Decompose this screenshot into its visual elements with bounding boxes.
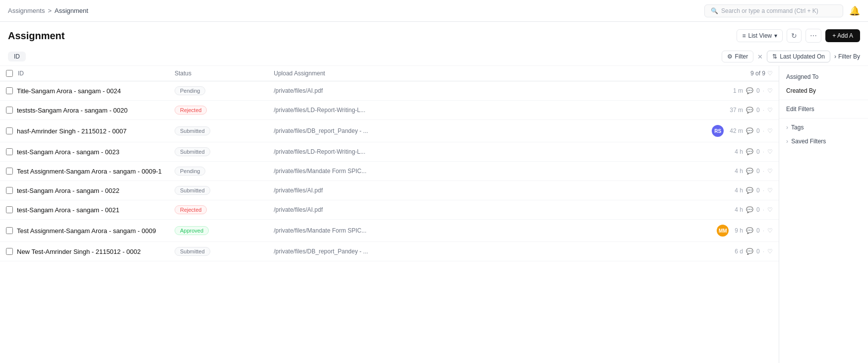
notification-bell-icon[interactable]: 🔔	[849, 5, 860, 16]
add-button[interactable]: + Add A	[825, 29, 860, 42]
row-checkbox[interactable]	[6, 206, 13, 213]
cell-upload[interactable]: /private/files/DB_report_Pandey - ...	[268, 120, 706, 142]
assignment-id-text[interactable]: New Test-Amrinder Singh - 2115012 - 0002	[17, 248, 141, 255]
cell-status: Rejected	[169, 101, 268, 120]
list-view-label: List View	[748, 32, 772, 39]
col-header-id[interactable]: ID	[0, 66, 169, 81]
like-icon[interactable]: ♡	[767, 127, 773, 134]
cell-status: Pending	[169, 81, 268, 101]
filter-by-button[interactable]: › Filter By	[834, 53, 860, 60]
like-icon[interactable]: ♡	[767, 206, 773, 213]
assignment-id-text[interactable]: test-Sangam Arora - sangam - 0022	[17, 187, 120, 194]
like-icon[interactable]: ♡	[767, 168, 773, 175]
search-placeholder: Search or type a command (Ctrl + K)	[721, 7, 818, 14]
comment-icon[interactable]: 💬	[746, 206, 753, 213]
side-panel-item-created-by[interactable]: Created By	[779, 84, 868, 98]
time-ago: 42 m	[730, 127, 743, 134]
dot-separator: ·	[763, 127, 764, 134]
row-checkbox[interactable]	[6, 107, 13, 114]
comment-icon[interactable]: 💬	[746, 107, 753, 114]
side-panel-item-saved-filters[interactable]: › Saved Filters	[779, 134, 868, 148]
refresh-button[interactable]: ↻	[787, 29, 802, 43]
cell-upload[interactable]: /private/files/DB_report_Pandey - ...	[268, 242, 706, 261]
assignment-id-text[interactable]: hasf-Amrinder Singh - 2115012 - 0007	[17, 127, 126, 135]
table-row: Test Assignment-Sangam Arora - sangam - …	[0, 220, 779, 242]
comment-icon[interactable]: 💬	[746, 227, 753, 234]
like-icon[interactable]: ♡	[767, 227, 773, 234]
status-badge: Rejected	[175, 205, 207, 214]
like-icon[interactable]: ♡	[767, 107, 773, 114]
comment-icon[interactable]: 💬	[746, 87, 753, 94]
cell-meta: RS 42 m 💬 0 · ♡	[706, 120, 779, 142]
status-badge: Submitted	[175, 147, 210, 156]
assignment-id-text[interactable]: test-Sangam Arora - sangam - 0023	[17, 148, 120, 156]
row-checkbox[interactable]	[6, 187, 13, 194]
like-icon[interactable]: ♡	[767, 148, 773, 155]
cell-upload[interactable]: /private/files/AI.pdf	[268, 181, 706, 200]
list-view-button[interactable]: ≡ List View ▾	[737, 29, 783, 42]
comment-icon[interactable]: 💬	[746, 187, 753, 194]
like-icon[interactable]: ♡	[767, 87, 773, 94]
table-row: Test Assignment-Sangam Arora - sangam - …	[0, 162, 779, 181]
sort-button[interactable]: ⇅ Last Updated On	[767, 51, 830, 62]
status-badge: Rejected	[175, 106, 207, 115]
cell-upload[interactable]: /private/files/AI.pdf	[268, 200, 706, 220]
row-checkbox[interactable]	[6, 168, 13, 175]
like-icon[interactable]: ♡	[767, 248, 773, 255]
sort-label: Last Updated On	[780, 53, 825, 60]
assignment-id-text[interactable]: teststs-Sangam Arora - sangam - 0020	[17, 107, 127, 114]
search-bar[interactable]: 🔍 Search or type a command (Ctrl + K)	[704, 4, 843, 17]
cell-upload[interactable]: /private/files/LD-Report-Writing-L...	[268, 142, 706, 162]
cell-id: New Test-Amrinder Singh - 2115012 - 0002	[0, 242, 169, 261]
dot-separator: ·	[763, 148, 764, 155]
select-all-checkbox[interactable]	[6, 70, 13, 77]
cell-id: test-Sangam Arora - sangam - 0023	[0, 142, 169, 162]
dot-separator: ·	[763, 107, 764, 114]
row-checkbox[interactable]	[6, 148, 13, 155]
comment-icon[interactable]: 💬	[746, 168, 753, 175]
cell-upload[interactable]: /private/files/AI.pdf	[268, 81, 706, 101]
id-filter-chip[interactable]: ID	[8, 52, 26, 61]
col-id-label: ID	[18, 70, 24, 77]
col-header-upload[interactable]: Upload Assignment	[268, 66, 706, 81]
like-icon[interactable]: ♡	[767, 187, 773, 194]
side-panel: Assigned To Created By Edit Filters › Ta…	[779, 66, 868, 363]
comment-count: 0	[756, 206, 760, 213]
filter-button[interactable]: ⚙ Filter	[722, 51, 754, 62]
comment-icon[interactable]: 💬	[746, 127, 753, 134]
breadcrumb-current: Assignment	[55, 7, 88, 14]
cell-upload[interactable]: /private/files/Mandate Form SPIC...	[268, 220, 706, 242]
row-checkbox[interactable]	[6, 248, 13, 255]
assignment-id-text[interactable]: Title-Sangam Arora - sangam - 0024	[17, 87, 121, 95]
comment-count: 0	[756, 87, 760, 94]
row-checkbox[interactable]	[6, 227, 13, 234]
row-checkbox[interactable]	[6, 87, 13, 94]
chevron-right-icon: ›	[834, 53, 836, 60]
breadcrumb-root[interactable]: Assignments	[8, 7, 45, 14]
assignment-id-text[interactable]: Test Assignment-Sangam Arora - sangam - …	[17, 227, 156, 235]
col-header-count[interactable]: 9 of 9 ♡	[706, 66, 779, 81]
col-header-status[interactable]: Status	[169, 66, 268, 81]
cell-status: Submitted	[169, 242, 268, 261]
heart-col-icon[interactable]: ♡	[767, 70, 773, 77]
side-panel-item-edit-filters[interactable]: Edit Filters	[779, 102, 868, 116]
table-row: test-Sangam Arora - sangam - 0022 Submit…	[0, 181, 779, 200]
cell-upload[interactable]: /private/files/LD-Report-Writing-L...	[268, 101, 706, 120]
filter-clear-button[interactable]: ✕	[757, 53, 763, 60]
top-bar: Assignments > Assignment 🔍 Search or typ…	[0, 0, 868, 22]
side-panel-item-assigned-to[interactable]: Assigned To	[779, 70, 868, 84]
time-ago: 6 d	[735, 248, 743, 255]
side-panel-item-tags[interactable]: › Tags	[779, 121, 868, 134]
top-bar-right: 🔍 Search or type a command (Ctrl + K) 🔔	[704, 4, 860, 17]
filter-bar: ID ⚙ Filter ✕ ⇅ Last Updated On › Filter…	[0, 48, 868, 66]
row-checkbox[interactable]	[6, 127, 13, 134]
assignment-id-text[interactable]: test-Sangam Arora - sangam - 0021	[17, 206, 120, 214]
avatar: RS	[712, 125, 724, 137]
comment-icon[interactable]: 💬	[746, 248, 753, 255]
cell-upload[interactable]: /private/files/Mandate Form SPIC...	[268, 162, 706, 181]
comment-icon[interactable]: 💬	[746, 148, 753, 155]
table-row: New Test-Amrinder Singh - 2115012 - 0002…	[0, 242, 779, 261]
more-options-button[interactable]: ⋯	[806, 29, 821, 43]
status-badge: Submitted	[175, 247, 210, 256]
assignment-id-text[interactable]: Test Assignment-Sangam Arora - sangam - …	[17, 168, 162, 175]
